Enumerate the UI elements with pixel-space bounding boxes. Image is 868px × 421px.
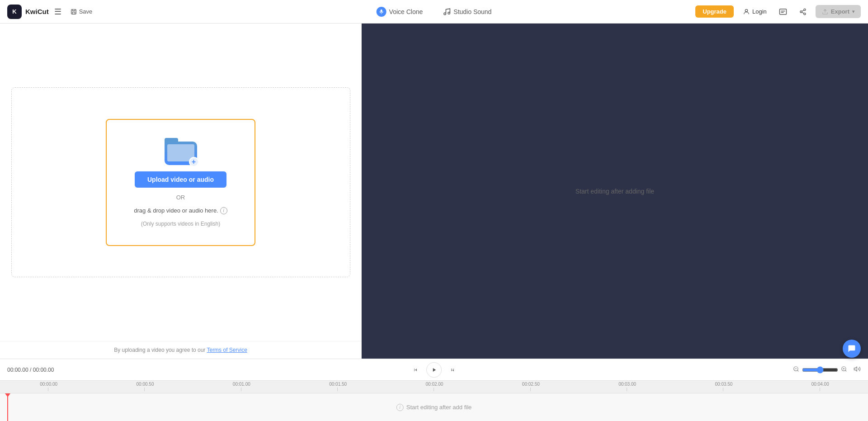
ruler-mark: 00:01.50	[289, 382, 386, 391]
upload-drop-zone[interactable]: + Upload video or audio OR drag & drop v…	[106, 119, 255, 246]
studio-sound-icon	[443, 8, 451, 16]
skip-back-button[interactable]	[409, 364, 422, 376]
timeline: 00:00.0000:00.5000:01.0000:01.5000:02.00…	[0, 380, 868, 421]
preview-panel: Start editing after adding file	[362, 24, 868, 359]
or-label: OR	[176, 194, 185, 201]
app-logo: K	[7, 5, 22, 19]
svg-line-9	[797, 370, 799, 371]
svg-point-3	[804, 9, 806, 10]
terms-bar: By uploading a video you agree to our Te…	[0, 341, 361, 359]
zoom-in-button[interactable]	[841, 366, 847, 374]
ruler-mark: 00:03.00	[579, 382, 675, 391]
ruler-mark: 00:02.00	[386, 382, 482, 391]
timeline-body: i Start editing after add file	[0, 393, 868, 421]
user-icon	[743, 8, 750, 15]
bottom-bar: 00:00.00 / 00:00.00	[0, 359, 868, 380]
svg-point-4	[800, 11, 802, 13]
login-button[interactable]: Login	[739, 6, 770, 18]
header: K KwiCut ☰ Save Voice Clone Studio Sound…	[0, 0, 868, 24]
zoom-slider[interactable]	[802, 366, 838, 374]
plus-badge: +	[189, 157, 199, 167]
hint-info-icon: i	[396, 404, 404, 411]
ruler-mark: 00:03.50	[675, 382, 771, 391]
export-button[interactable]: Export ▾	[816, 5, 861, 18]
drag-drop-text: drag & drop video or audio here. i	[134, 207, 227, 214]
header-right: Upgrade Login Export ▾	[695, 5, 861, 19]
export-icon	[822, 9, 828, 15]
main-area: + Upload video or audio OR drag & drop v…	[0, 24, 868, 359]
ruler-mark: 00:00.00	[0, 382, 96, 391]
playhead-triangle	[5, 393, 10, 397]
ruler-mark: 00:00.50	[96, 382, 193, 391]
left-panel: + Upload video or audio OR drag & drop v…	[0, 24, 362, 359]
play-button[interactable]	[426, 362, 442, 378]
svg-point-5	[804, 13, 806, 14]
logo-area: K KwiCut	[7, 5, 49, 19]
svg-line-7	[802, 10, 804, 11]
voice-clone-icon	[377, 7, 387, 17]
english-note: (Only supports videos in English)	[141, 221, 220, 227]
skip-forward-button[interactable]	[446, 364, 459, 376]
save-icon	[71, 9, 77, 15]
timeline-ruler: 00:00.0000:00.5000:01.0000:01.5000:02.00…	[0, 381, 868, 393]
svg-rect-2	[779, 9, 786, 14]
upload-button[interactable]: Upload video or audio	[135, 171, 226, 188]
app-name: KwiCut	[25, 8, 49, 15]
zoom-controls	[793, 365, 861, 374]
upgrade-button[interactable]: Upgrade	[695, 5, 734, 18]
svg-point-1	[745, 9, 747, 11]
volume-icon[interactable]	[854, 365, 861, 374]
svg-line-6	[802, 12, 804, 14]
voice-clone-tab[interactable]: Voice Clone	[372, 4, 428, 19]
svg-line-12	[845, 370, 847, 371]
studio-sound-tab[interactable]: Studio Sound	[438, 5, 496, 19]
upload-container: + Upload video or audio OR drag & drop v…	[11, 87, 350, 277]
ruler-mark: 00:02.50	[482, 382, 579, 391]
time-display: 00:00.00 / 00:00.00	[7, 367, 75, 373]
zoom-out-button[interactable]	[793, 366, 799, 374]
ruler-mark: 00:01.00	[193, 382, 289, 391]
folder-icon: +	[165, 138, 197, 165]
info-icon[interactable]: i	[220, 207, 227, 214]
ruler-marks: 00:00.0000:00.5000:01.0000:01.5000:02.00…	[0, 382, 868, 391]
upload-area: + Upload video or audio OR drag & drop v…	[0, 24, 361, 341]
terms-link[interactable]: Terms of Service	[207, 347, 247, 353]
ruler-mark: 00:04.00	[772, 382, 868, 391]
subtitle-icon[interactable]	[776, 5, 790, 19]
add-file-hint: i Start editing after add file	[396, 404, 472, 411]
transport-controls	[409, 362, 459, 378]
menu-icon[interactable]: ☰	[54, 7, 61, 17]
chat-fab-button[interactable]	[843, 340, 861, 358]
save-button[interactable]: Save	[67, 6, 96, 17]
svg-marker-15	[854, 367, 857, 371]
export-chevron: ▾	[852, 9, 854, 14]
logo-letter: K	[12, 8, 16, 15]
preview-empty-text: Start editing after adding file	[576, 188, 654, 195]
header-center: Voice Clone Studio Sound	[372, 4, 496, 19]
playhead	[7, 393, 8, 421]
share-icon[interactable]	[796, 5, 810, 19]
